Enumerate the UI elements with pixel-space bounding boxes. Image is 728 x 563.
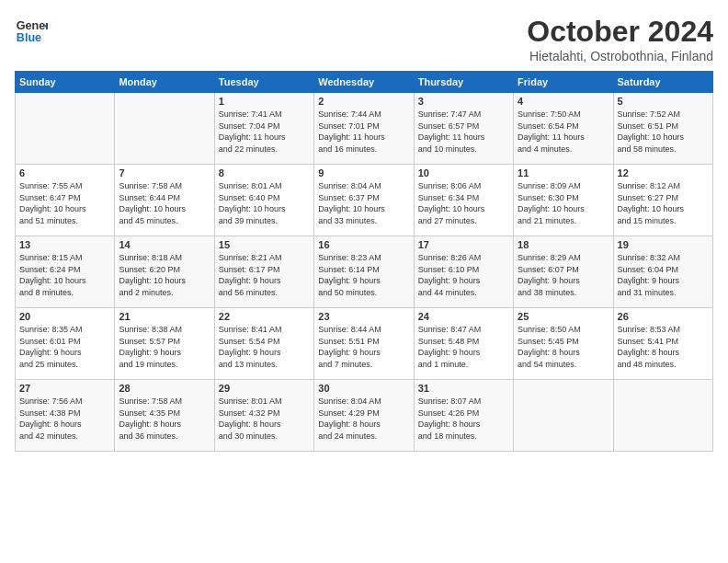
day-number: 22 (219, 311, 310, 322)
calendar-cell: 7Sunrise: 7:58 AM Sunset: 6:44 PM Daylig… (115, 165, 214, 236)
day-info: Sunrise: 8:32 AM Sunset: 6:04 PM Dayligh… (618, 252, 709, 298)
day-info: Sunrise: 8:04 AM Sunset: 6:37 PM Dayligh… (318, 180, 409, 226)
page-header: General Blue October 2024 Hietalahti, Os… (15, 15, 713, 63)
weekday-header-monday: Monday (115, 72, 214, 93)
calendar-cell: 25Sunrise: 8:50 AM Sunset: 5:45 PM Dayli… (514, 308, 613, 380)
day-number: 3 (418, 96, 509, 107)
day-number: 25 (518, 311, 609, 322)
day-number: 14 (119, 239, 210, 250)
day-info: Sunrise: 8:01 AM Sunset: 4:32 PM Dayligh… (219, 396, 310, 442)
day-number: 28 (119, 383, 210, 394)
day-number: 19 (618, 239, 709, 250)
day-number: 21 (119, 311, 210, 322)
calendar-cell: 5Sunrise: 7:52 AM Sunset: 6:51 PM Daylig… (613, 93, 712, 165)
title-block: October 2024 Hietalahti, Ostrobothnia, F… (527, 15, 713, 63)
calendar-cell: 22Sunrise: 8:41 AM Sunset: 5:54 PM Dayli… (214, 308, 313, 380)
day-info: Sunrise: 7:44 AM Sunset: 7:01 PM Dayligh… (318, 109, 409, 155)
day-number: 5 (618, 96, 709, 107)
calendar-week-4: 20Sunrise: 8:35 AM Sunset: 6:01 PM Dayli… (16, 308, 713, 380)
calendar-cell: 11Sunrise: 8:09 AM Sunset: 6:30 PM Dayli… (514, 165, 613, 236)
calendar-cell: 28Sunrise: 7:58 AM Sunset: 4:35 PM Dayli… (115, 380, 214, 452)
day-number: 16 (318, 239, 409, 250)
day-number: 26 (618, 311, 709, 322)
day-number: 29 (219, 383, 310, 394)
day-number: 23 (318, 311, 409, 322)
day-info: Sunrise: 7:56 AM Sunset: 4:38 PM Dayligh… (19, 396, 110, 442)
calendar-cell: 20Sunrise: 8:35 AM Sunset: 6:01 PM Dayli… (16, 308, 115, 380)
day-number: 9 (318, 167, 409, 178)
day-number: 10 (418, 167, 509, 178)
svg-text:Blue: Blue (17, 31, 41, 44)
calendar-week-2: 6Sunrise: 7:55 AM Sunset: 6:47 PM Daylig… (16, 165, 713, 236)
day-number: 1 (219, 96, 310, 107)
calendar-cell: 31Sunrise: 8:07 AM Sunset: 4:26 PM Dayli… (414, 380, 513, 452)
calendar-cell: 2Sunrise: 7:44 AM Sunset: 7:01 PM Daylig… (314, 93, 414, 165)
calendar-cell: 13Sunrise: 8:15 AM Sunset: 6:24 PM Dayli… (16, 236, 115, 308)
day-info: Sunrise: 8:53 AM Sunset: 5:41 PM Dayligh… (618, 324, 709, 370)
day-info: Sunrise: 8:01 AM Sunset: 6:40 PM Dayligh… (219, 180, 310, 226)
weekday-header-wednesday: Wednesday (314, 72, 414, 93)
calendar-table: SundayMondayTuesdayWednesdayThursdayFrid… (15, 71, 713, 452)
day-number: 7 (119, 167, 210, 178)
calendar-cell: 29Sunrise: 8:01 AM Sunset: 4:32 PM Dayli… (214, 380, 313, 452)
logo-icon: General Blue (15, 15, 48, 48)
day-info: Sunrise: 8:21 AM Sunset: 6:17 PM Dayligh… (219, 252, 310, 298)
calendar-cell: 26Sunrise: 8:53 AM Sunset: 5:41 PM Dayli… (613, 308, 712, 380)
calendar-cell (514, 380, 613, 452)
weekday-header-friday: Friday (514, 72, 613, 93)
day-info: Sunrise: 8:41 AM Sunset: 5:54 PM Dayligh… (219, 324, 310, 370)
calendar-cell: 12Sunrise: 8:12 AM Sunset: 6:27 PM Dayli… (613, 165, 712, 236)
day-info: Sunrise: 7:41 AM Sunset: 7:04 PM Dayligh… (219, 109, 310, 155)
day-info: Sunrise: 7:55 AM Sunset: 6:47 PM Dayligh… (19, 180, 110, 226)
day-info: Sunrise: 8:26 AM Sunset: 6:10 PM Dayligh… (418, 252, 509, 298)
day-number: 17 (418, 239, 509, 250)
day-number: 12 (618, 167, 709, 178)
day-number: 15 (219, 239, 310, 250)
calendar-title: October 2024 (527, 15, 713, 49)
day-number: 4 (518, 96, 609, 107)
day-info: Sunrise: 7:58 AM Sunset: 4:35 PM Dayligh… (119, 396, 210, 442)
weekday-header-row: SundayMondayTuesdayWednesdayThursdayFrid… (16, 72, 713, 93)
day-info: Sunrise: 7:47 AM Sunset: 6:57 PM Dayligh… (418, 109, 509, 155)
calendar-subtitle: Hietalahti, Ostrobothnia, Finland (527, 49, 713, 63)
day-info: Sunrise: 8:06 AM Sunset: 6:34 PM Dayligh… (418, 180, 509, 226)
calendar-cell: 1Sunrise: 7:41 AM Sunset: 7:04 PM Daylig… (214, 93, 313, 165)
calendar-week-3: 13Sunrise: 8:15 AM Sunset: 6:24 PM Dayli… (16, 236, 713, 308)
calendar-cell: 21Sunrise: 8:38 AM Sunset: 5:57 PM Dayli… (115, 308, 214, 380)
weekday-header-sunday: Sunday (16, 72, 115, 93)
calendar-cell: 23Sunrise: 8:44 AM Sunset: 5:51 PM Dayli… (314, 308, 414, 380)
day-number: 30 (318, 383, 409, 394)
day-number: 11 (518, 167, 609, 178)
day-info: Sunrise: 8:23 AM Sunset: 6:14 PM Dayligh… (318, 252, 409, 298)
calendar-cell: 10Sunrise: 8:06 AM Sunset: 6:34 PM Dayli… (414, 165, 513, 236)
calendar-cell: 27Sunrise: 7:56 AM Sunset: 4:38 PM Dayli… (16, 380, 115, 452)
weekday-header-saturday: Saturday (613, 72, 712, 93)
day-number: 6 (19, 167, 110, 178)
calendar-cell: 9Sunrise: 8:04 AM Sunset: 6:37 PM Daylig… (314, 165, 414, 236)
day-info: Sunrise: 8:38 AM Sunset: 5:57 PM Dayligh… (119, 324, 210, 370)
calendar-cell: 18Sunrise: 8:29 AM Sunset: 6:07 PM Dayli… (514, 236, 613, 308)
calendar-week-5: 27Sunrise: 7:56 AM Sunset: 4:38 PM Dayli… (16, 380, 713, 452)
day-info: Sunrise: 8:04 AM Sunset: 4:29 PM Dayligh… (318, 396, 409, 442)
day-info: Sunrise: 8:07 AM Sunset: 4:26 PM Dayligh… (418, 396, 509, 442)
calendar-cell: 30Sunrise: 8:04 AM Sunset: 4:29 PM Dayli… (314, 380, 414, 452)
day-number: 18 (518, 239, 609, 250)
calendar-cell: 16Sunrise: 8:23 AM Sunset: 6:14 PM Dayli… (314, 236, 414, 308)
day-number: 27 (19, 383, 110, 394)
day-number: 24 (418, 311, 509, 322)
day-info: Sunrise: 8:50 AM Sunset: 5:45 PM Dayligh… (518, 324, 609, 370)
day-info: Sunrise: 8:47 AM Sunset: 5:48 PM Dayligh… (418, 324, 509, 370)
day-info: Sunrise: 7:50 AM Sunset: 6:54 PM Dayligh… (518, 109, 609, 155)
calendar-cell: 4Sunrise: 7:50 AM Sunset: 6:54 PM Daylig… (514, 93, 613, 165)
day-number: 13 (19, 239, 110, 250)
calendar-cell: 8Sunrise: 8:01 AM Sunset: 6:40 PM Daylig… (214, 165, 313, 236)
day-info: Sunrise: 8:18 AM Sunset: 6:20 PM Dayligh… (119, 252, 210, 298)
day-info: Sunrise: 8:29 AM Sunset: 6:07 PM Dayligh… (518, 252, 609, 298)
day-info: Sunrise: 8:09 AM Sunset: 6:30 PM Dayligh… (518, 180, 609, 226)
logo: General Blue (15, 15, 48, 48)
day-info: Sunrise: 8:44 AM Sunset: 5:51 PM Dayligh… (318, 324, 409, 370)
calendar-cell: 15Sunrise: 8:21 AM Sunset: 6:17 PM Dayli… (214, 236, 313, 308)
day-info: Sunrise: 8:15 AM Sunset: 6:24 PM Dayligh… (19, 252, 110, 298)
calendar-cell: 17Sunrise: 8:26 AM Sunset: 6:10 PM Dayli… (414, 236, 513, 308)
day-number: 2 (318, 96, 409, 107)
